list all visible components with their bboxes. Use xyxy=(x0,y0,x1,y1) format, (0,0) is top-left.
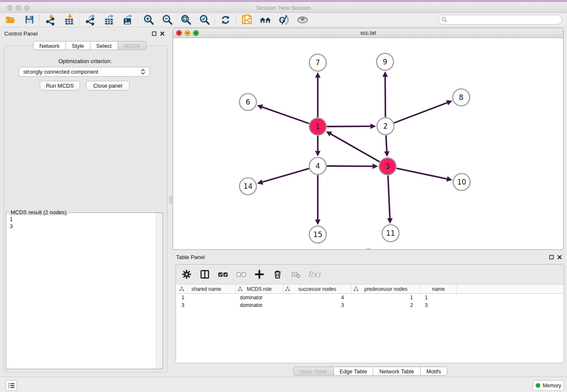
network-window-titlebar[interactable]: scc.txt xyxy=(173,28,563,38)
tab-network[interactable]: Network xyxy=(33,41,66,50)
table-panel-title: Table Panel xyxy=(176,254,205,260)
graph-edge[interactable] xyxy=(396,168,448,179)
table-row[interactable]: 1 dominator 4 1 1 xyxy=(177,295,564,301)
network-canvas[interactable]: 7968124314101511 xyxy=(173,38,563,250)
show-hide-icon[interactable]: G xyxy=(278,14,290,26)
delete-table-icon xyxy=(290,269,301,280)
export-image-icon[interactable] xyxy=(121,14,134,26)
graph-node-label: 4 xyxy=(316,162,320,170)
zoom-selected-icon[interactable] xyxy=(198,14,211,26)
column-header-mcds-role[interactable]: MCDS role xyxy=(236,284,283,293)
cell-shared-name[interactable]: 3 xyxy=(177,302,236,309)
table-header-row: shared name MCDS role successor nodes pr… xyxy=(177,284,564,294)
tab-node-table[interactable]: Node Table xyxy=(293,367,334,375)
cell-mcds-role[interactable]: dominator xyxy=(236,295,283,301)
export-table-icon[interactable] xyxy=(102,14,115,26)
toolbar-separator xyxy=(138,14,138,25)
toolbar-separator xyxy=(215,14,215,25)
control-panel-float-icon[interactable] xyxy=(152,31,157,36)
column-header-name[interactable]: name xyxy=(421,284,457,293)
graph-edge-arrowhead xyxy=(384,151,390,157)
column-header-successor-nodes[interactable]: successor nodes xyxy=(283,284,352,293)
graph-edge[interactable] xyxy=(385,76,385,117)
column-label: MCDS role xyxy=(247,286,272,292)
cell-name[interactable]: 3 xyxy=(421,302,457,309)
graph-edge[interactable] xyxy=(327,126,371,127)
run-mcds-button[interactable]: Run MCDS xyxy=(40,81,80,91)
show-columns-icon[interactable] xyxy=(199,269,210,280)
zoom-fit-icon[interactable] xyxy=(179,14,192,26)
optimization-criterion-label: Optimization criterion: xyxy=(3,58,167,64)
memory-label: Memory xyxy=(543,383,561,389)
delete-column-trash-icon[interactable] xyxy=(272,269,283,280)
graph-edge-arrowhead xyxy=(257,105,263,110)
deselect-all-rows-icon[interactable] xyxy=(236,269,247,280)
column-label: predecessor nodes xyxy=(364,286,407,292)
graph-edge[interactable] xyxy=(388,175,390,219)
mcds-result-item: 3 xyxy=(10,223,13,230)
preview-eye-icon[interactable] xyxy=(296,14,309,26)
graph-edge[interactable] xyxy=(394,102,448,123)
status-bar: Memory xyxy=(0,377,567,392)
column-header-predecessor-nodes[interactable]: predecessor nodes xyxy=(352,284,421,293)
memory-button[interactable]: Memory xyxy=(533,380,564,391)
open-session-icon[interactable] xyxy=(4,14,17,26)
mcds-result-list: 1 3 xyxy=(10,215,13,230)
export-network-icon[interactable] xyxy=(84,14,96,26)
graph-edge[interactable] xyxy=(327,166,373,166)
table-panel-tabs: Node Table Edge Table Network Table Moti… xyxy=(293,367,447,375)
dropdown-stepper-icon xyxy=(141,69,145,75)
network-resize-handle[interactable] xyxy=(366,248,371,250)
table-panel-close-icon[interactable] xyxy=(557,255,562,259)
tab-motifs[interactable]: Motifs xyxy=(421,367,448,375)
cell-name[interactable]: 1 xyxy=(421,295,457,301)
network-from-file-icon[interactable] xyxy=(240,14,253,26)
graph-edge[interactable] xyxy=(261,107,309,124)
control-panel-tabs: Network Style Select MCDS xyxy=(33,41,146,50)
tab-mcds[interactable]: MCDS xyxy=(118,41,146,50)
graph-edge[interactable] xyxy=(386,135,387,152)
zoom-out-icon[interactable] xyxy=(161,14,173,26)
task-history-button[interactable] xyxy=(6,380,17,391)
table-panel-float-icon[interactable] xyxy=(549,255,554,259)
first-neighbors-icon[interactable] xyxy=(259,14,272,26)
column-header-shared-name[interactable]: shared name xyxy=(177,284,236,293)
cell-predecessor-nodes[interactable]: 1 xyxy=(352,295,421,301)
graph-edge[interactable] xyxy=(330,134,380,162)
graph-edge-arrowhead xyxy=(315,220,321,225)
table-row[interactable]: 3 dominator 3 2 3 xyxy=(177,302,564,309)
add-column-icon[interactable] xyxy=(254,269,265,280)
cell-successor-nodes[interactable]: 4 xyxy=(283,295,352,301)
tab-select[interactable]: Select xyxy=(91,41,118,50)
cell-mcds-role[interactable]: dominator xyxy=(236,302,283,309)
function-builder-icon: f(x) xyxy=(308,269,319,280)
tab-style[interactable]: Style xyxy=(66,41,91,50)
import-table-icon[interactable] xyxy=(63,14,75,26)
tab-edge-table[interactable]: Edge Table xyxy=(334,367,374,375)
table-settings-gear-icon[interactable] xyxy=(181,269,192,280)
graph-edge[interactable] xyxy=(261,168,309,182)
select-all-rows-icon[interactable] xyxy=(217,269,228,280)
list-icon xyxy=(8,383,15,389)
search-input[interactable] xyxy=(438,15,562,25)
save-session-icon[interactable] xyxy=(23,14,36,26)
tab-network-table[interactable]: Network Table xyxy=(373,367,420,375)
criterion-dropdown[interactable]: strongly connected component xyxy=(19,67,150,77)
zoom-in-icon[interactable] xyxy=(142,14,155,26)
table-toolbar: f(x) xyxy=(176,265,564,284)
close-panel-button[interactable]: Close panel xyxy=(86,81,129,91)
cell-shared-name[interactable]: 1 xyxy=(177,295,236,301)
import-network-icon[interactable] xyxy=(44,14,57,26)
mcds-result-scrollbar[interactable] xyxy=(156,213,162,369)
graph-node-label: 15 xyxy=(313,230,322,239)
control-panel-close-icon[interactable] xyxy=(160,31,165,36)
graph-node-label: 8 xyxy=(459,93,464,102)
refresh-view-icon[interactable] xyxy=(219,14,232,26)
panel-splitter-handle[interactable] xyxy=(169,196,172,203)
graph-node-label: 9 xyxy=(383,58,388,66)
graph-edge-arrowhead xyxy=(383,71,388,77)
graph-node-label: 14 xyxy=(243,182,253,190)
cell-successor-nodes[interactable]: 3 xyxy=(283,302,352,309)
table-panel-body: f(x) shared name MCDS role successor nod… xyxy=(176,264,564,363)
cell-predecessor-nodes[interactable]: 2 xyxy=(352,302,421,309)
